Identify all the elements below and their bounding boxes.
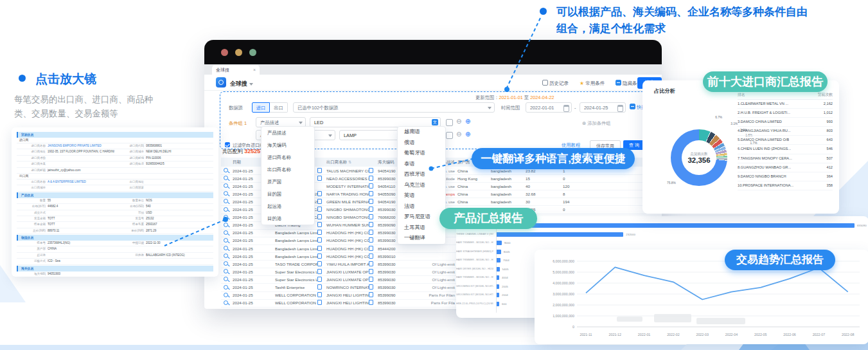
tab-global-search[interactable]: 全球搜 × — [212, 65, 260, 75]
top-importer-row[interactable]: 6.CHIEN LUEN IND (ZHONGS...546 — [738, 145, 833, 154]
copy-icon[interactable] — [369, 222, 373, 227]
filter-blank-importer-checkbox[interactable] — [225, 142, 230, 147]
export-toggle[interactable]: 出口 — [270, 102, 288, 113]
copy-icon[interactable] — [317, 292, 322, 297]
language-menu-item[interactable]: 越南语 — [398, 127, 445, 138]
copy-icon[interactable] — [369, 168, 373, 173]
language-menu-item[interactable]: 葡萄牙语 — [398, 148, 445, 159]
magnifier-icon[interactable] — [224, 277, 228, 281]
exact-match-icon[interactable] — [446, 132, 453, 139]
copy-icon[interactable] — [369, 253, 373, 259]
copy-icon[interactable] — [369, 284, 373, 290]
top-importer-row[interactable]: 1.CLEARWATER METAL VN ...2,162 — [738, 100, 833, 109]
data-source-select[interactable]: 已选中102个数据源 — [293, 102, 495, 113]
magnifier-cell[interactable] — [221, 183, 233, 189]
language-menu-item[interactable]: 泰语 — [398, 159, 445, 170]
magnifier-cell[interactable] — [221, 191, 233, 196]
magnifier-cell[interactable] — [221, 168, 233, 173]
add-condition-group[interactable]: ⊕ 添加条件组 — [582, 120, 611, 127]
copy-icon[interactable] — [317, 191, 322, 196]
language-menu-item[interactable]: 英语 — [398, 190, 445, 201]
bar[interactable] — [497, 293, 499, 297]
copy-icon[interactable] — [317, 168, 322, 173]
bar[interactable] — [497, 241, 502, 245]
language-menu-item[interactable]: 乌克兰语 — [398, 180, 445, 191]
field-menu-item[interactable]: 目的国 — [261, 188, 314, 200]
field-menu-item[interactable]: 出口商名称 — [261, 163, 314, 176]
copy-icon[interactable] — [317, 199, 322, 204]
bar[interactable] — [497, 302, 499, 306]
history-button[interactable]: 历史记录 — [542, 79, 569, 88]
copy-icon[interactable] — [317, 207, 322, 212]
magnifier-icon[interactable] — [224, 215, 228, 219]
copy-icon[interactable] — [369, 214, 373, 219]
field-menu-item[interactable]: 海关编码 — [261, 139, 314, 151]
copy-icon[interactable] — [317, 277, 322, 282]
magnifier-cell[interactable] — [221, 253, 233, 259]
add-condition-icon[interactable]: ⊕ — [465, 131, 470, 138]
translate-icon[interactable]: 文 — [432, 119, 438, 125]
bar[interactable] — [497, 223, 855, 228]
bar[interactable] — [497, 232, 623, 237]
magnifier-icon[interactable] — [224, 261, 228, 266]
magnifier-icon[interactable] — [224, 293, 228, 297]
maximize-window-dot[interactable] — [249, 49, 256, 56]
copy-icon[interactable] — [317, 284, 322, 290]
tab-close-icon[interactable]: × — [253, 65, 256, 75]
magnifier-icon[interactable] — [224, 285, 228, 290]
language-menu-item[interactable]: 西班牙语 — [398, 169, 445, 180]
add-condition-icon[interactable]: ⊕ — [465, 118, 470, 125]
magnifier-cell[interactable] — [221, 269, 233, 274]
magnifier-cell[interactable] — [221, 223, 233, 228]
copy-icon[interactable] — [369, 183, 373, 189]
bar[interactable] — [497, 258, 500, 262]
magnifier-cell[interactable] — [221, 261, 233, 266]
copy-icon[interactable] — [369, 246, 373, 251]
copy-icon[interactable] — [369, 261, 373, 266]
copy-icon[interactable] — [369, 237, 373, 243]
remove-condition-icon[interactable]: ⊖ — [456, 118, 461, 125]
copy-icon[interactable] — [369, 191, 373, 196]
copy-icon[interactable] — [369, 300, 373, 305]
language-menu-item[interactable]: 一键翻译 — [398, 233, 445, 244]
copy-icon[interactable] — [317, 261, 322, 266]
top-importer-row[interactable]: 10.PROSPACE INTERNATIONA...358 — [738, 181, 833, 190]
language-menu-item[interactable]: 土耳其语 — [398, 223, 445, 234]
field-menu-item[interactable]: 进口商名称 — [261, 151, 314, 163]
language-menu-item[interactable]: 法语 — [398, 201, 445, 212]
magnifier-cell[interactable] — [221, 246, 233, 251]
magnifier-icon[interactable] — [224, 176, 228, 180]
language-menu-item[interactable]: 罗马尼亚语 — [398, 212, 445, 223]
magnifier-cell[interactable] — [221, 238, 233, 243]
magnifier-icon[interactable] — [224, 246, 228, 250]
exact-match-icon[interactable] — [446, 119, 453, 126]
copy-icon[interactable] — [317, 300, 322, 305]
close-window-dot[interactable] — [221, 49, 228, 56]
magnifier-icon[interactable] — [224, 230, 228, 235]
copy-icon[interactable] — [317, 214, 322, 219]
copy-icon[interactable] — [317, 269, 322, 274]
magnifier-cell[interactable] — [221, 199, 233, 204]
copy-icon[interactable] — [317, 176, 322, 181]
top-importer-row[interactable]: 9.DAMCO NINGBO BRANCH364 — [738, 172, 833, 181]
top-importer-row[interactable]: 8.GUANGZHOU WANBAO GR...412 — [738, 163, 833, 172]
magnifier-icon[interactable] — [224, 191, 228, 196]
magnifier-cell[interactable] — [221, 285, 233, 290]
remove-condition-icon[interactable]: ⊖ — [456, 131, 461, 138]
copy-icon[interactable] — [369, 277, 373, 282]
magnifier-icon[interactable] — [224, 300, 228, 305]
magnifier-cell[interactable] — [221, 293, 233, 298]
magnifier-cell[interactable] — [221, 176, 233, 181]
magnifier-icon[interactable] — [224, 269, 228, 273]
app-name-dropdown[interactable]: 全球搜 — [230, 80, 253, 88]
field-menu-item[interactable]: 原产国 — [261, 176, 314, 188]
magnifier-cell[interactable] — [221, 207, 233, 212]
magnifier-cell[interactable] — [221, 300, 233, 306]
minimize-window-dot[interactable] — [235, 49, 242, 56]
magnifier-icon[interactable] — [224, 183, 228, 188]
copy-icon[interactable] — [369, 269, 373, 274]
magnifier-icon[interactable] — [224, 199, 228, 203]
magnifier-cell[interactable] — [221, 277, 233, 282]
bar[interactable] — [497, 284, 499, 289]
copy-icon[interactable] — [317, 246, 322, 251]
